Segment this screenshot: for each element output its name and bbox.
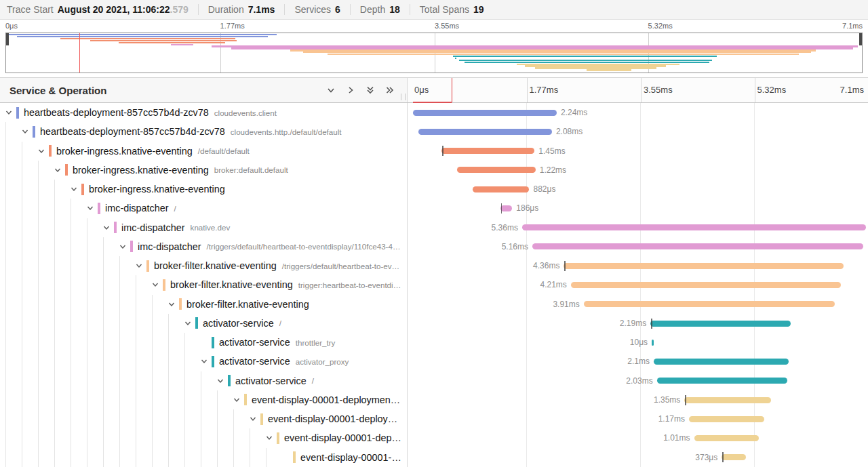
tree-indent-guide	[184, 448, 201, 467]
column-resizer-handle[interactable]	[401, 94, 406, 100]
span-duration-bar[interactable]	[532, 243, 863, 249]
service-name: broker-ingress.knative-eventing	[56, 146, 193, 157]
row-chevron-down-icon[interactable]	[5, 109, 16, 116]
chevron-right-icon[interactable]	[346, 85, 355, 95]
row-chevron-down-icon[interactable]	[136, 262, 146, 269]
tree-indent-guide	[184, 390, 201, 409]
service-color-strip	[212, 337, 214, 348]
span-duration-bar[interactable]	[657, 378, 787, 384]
span-row-name[interactable]: activator-service/	[0, 314, 407, 333]
service-name: broker-filter.knative-eventing	[170, 279, 293, 290]
span-duration-bar[interactable]	[694, 435, 760, 441]
row-chevron-down-icon[interactable]	[184, 320, 195, 327]
span-row-name[interactable]: imc-dispatcherknative.dev	[0, 218, 407, 237]
row-chevron-down-icon[interactable]	[22, 128, 33, 135]
span-duration-bar[interactable]	[457, 167, 535, 173]
span-duration-bar[interactable]	[564, 263, 844, 269]
tree-indent-guide	[233, 428, 250, 447]
row-chevron-down-icon[interactable]	[250, 415, 260, 422]
span-duration-bar[interactable]	[684, 397, 771, 403]
row-chevron-down-icon[interactable]	[54, 167, 65, 174]
span-duration-label: 186μs	[516, 199, 538, 218]
span-duration-label: 10μs	[630, 333, 648, 352]
span-row-name[interactable]: heartbeats-deployment-857cc57b4d-zcv78cl…	[0, 103, 407, 122]
span-row-name[interactable]: event-display-00001-deploymen…	[0, 390, 407, 409]
tree-indent-guide	[22, 428, 38, 447]
span-row-name[interactable]: broker-ingress.knative-eventingbroker:de…	[0, 161, 407, 180]
span-duration-bar[interactable]	[418, 129, 552, 135]
timeline-ruler[interactable]: 0μs1.77ms3.55ms5.32ms7.1ms	[407, 78, 868, 102]
row-chevron-down-icon[interactable]	[168, 301, 179, 308]
tree-indent-guide	[38, 180, 54, 199]
span-row-name[interactable]: imc-dispatcher/triggers/default/heartbea…	[0, 237, 407, 256]
span-row-name[interactable]: event-display-00001-dep…	[0, 428, 407, 447]
span-row-name[interactable]: broker-filter.knative-eventing	[0, 295, 407, 314]
minimap-canvas[interactable]	[5, 33, 863, 73]
row-chevron-down-icon[interactable]	[266, 434, 277, 441]
span-row-name[interactable]: broker-ingress.knative-eventing	[0, 180, 407, 199]
depth-item: Depth 18	[350, 4, 410, 15]
minimap-tick-label: 7.1ms	[842, 22, 863, 30]
tree-indent-guide	[5, 218, 22, 237]
row-chevron-down-icon[interactable]	[201, 358, 212, 365]
span-duration-bar[interactable]	[654, 359, 789, 365]
span-row-name[interactable]: activator-serviceactivator_proxy	[0, 352, 407, 371]
span-row-name[interactable]: activator-service/	[0, 371, 407, 390]
row-chevron-down-icon[interactable]	[87, 205, 98, 211]
row-chevron-down-icon[interactable]	[103, 224, 114, 231]
minimap-right-drag-handle[interactable]	[859, 33, 862, 45]
span-row-name[interactable]: broker-filter.knative-eventing/triggers/…	[0, 256, 407, 275]
tree-indent-guide	[87, 448, 103, 467]
minimap-left-drag-handle[interactable]	[6, 33, 9, 45]
service-name: imc-dispatcher	[105, 203, 169, 214]
tree-indent-guide	[38, 409, 54, 428]
span-duration-bar[interactable]	[571, 282, 841, 288]
span-duration-label: 2.1ms	[627, 352, 650, 371]
tree-indent-guide	[119, 409, 136, 428]
tree-indent-guide	[5, 199, 22, 218]
span-row-name[interactable]: heartbeats-deployment-857cc57b4d-zcv78cl…	[0, 122, 407, 141]
row-chevron-down-icon[interactable]	[217, 378, 228, 384]
span-duration-bar[interactable]	[652, 340, 654, 346]
span-duration-bar[interactable]	[650, 321, 791, 327]
span-row-name[interactable]: activator-servicethrottler_try	[0, 333, 407, 352]
span-duration-bar[interactable]	[584, 301, 835, 307]
tree-indent-guide	[54, 448, 71, 467]
service-name: heartbeats-deployment-857cc57b4d-zcv78	[40, 126, 225, 137]
tree-indent-guide	[38, 218, 54, 237]
span-duration-bar[interactable]	[722, 454, 745, 460]
tree-indent-guide	[5, 409, 22, 428]
row-chevron-down-icon[interactable]	[71, 186, 81, 192]
row-chevron-down-icon[interactable]	[38, 148, 49, 155]
tree-indent-guide	[5, 295, 22, 314]
tree-indent-guide	[103, 333, 119, 352]
span-duration-label: 2.03ms	[626, 371, 652, 390]
trace-start-label: Trace Start	[7, 4, 54, 15]
span-row-name[interactable]: event-display-00001-deploy…	[0, 409, 407, 428]
span-duration-bar[interactable]	[473, 186, 529, 192]
span-duration-bar[interactable]	[413, 110, 557, 116]
row-chevron-down-icon[interactable]	[152, 281, 163, 288]
double-chevron-down-icon[interactable]	[366, 85, 375, 95]
span-duration-bar[interactable]	[500, 205, 513, 211]
services-value: 6	[335, 4, 340, 15]
service-color-strip	[98, 203, 100, 214]
tree-indent-guide	[5, 122, 22, 141]
tree-indent-guide	[71, 371, 87, 390]
span-duration-label: 1.01ms	[663, 428, 690, 447]
span-duration-bar[interactable]	[522, 224, 866, 230]
chevron-down-icon[interactable]	[326, 85, 336, 95]
span-row-name[interactable]: broker-ingress.knative-eventing/default/…	[0, 142, 407, 161]
span-duration-bar[interactable]	[689, 416, 764, 422]
double-chevron-right-icon[interactable]	[385, 85, 395, 95]
span-duration-label: 2.08ms	[556, 122, 583, 141]
span-row-name[interactable]: broker-filter.knative-eventingtrigger:he…	[0, 275, 407, 294]
service-name: heartbeats-deployment-857cc57b4d-zcv78	[24, 107, 209, 118]
tree-indent-guide	[38, 256, 54, 275]
row-chevron-down-icon[interactable]	[233, 397, 244, 403]
row-chevron-down-icon[interactable]	[119, 243, 130, 250]
depth-label: Depth	[360, 4, 385, 15]
span-row-name[interactable]: imc-dispatcher/	[0, 199, 407, 218]
span-row-name[interactable]: event-display-00001-…	[0, 448, 407, 467]
span-duration-bar[interactable]	[441, 148, 534, 154]
